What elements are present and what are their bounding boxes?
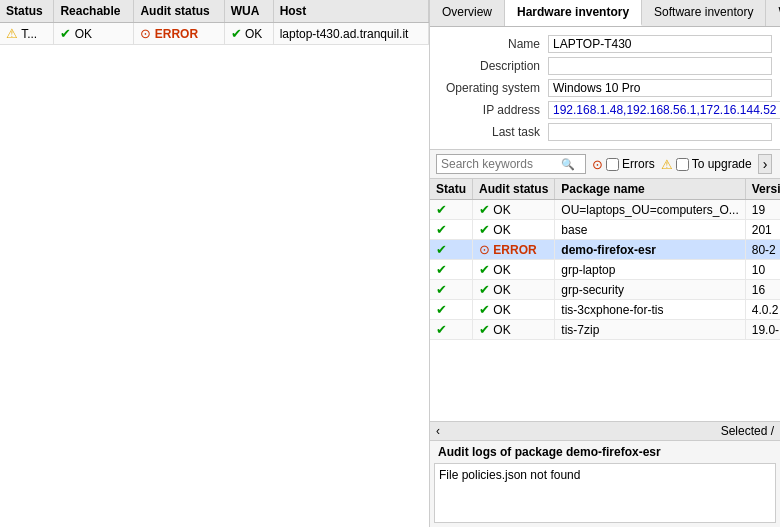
- upgrade-filter: ⚠ To upgrade: [661, 157, 752, 172]
- row-package-name: grp-security: [555, 280, 745, 300]
- wua-cell: ✔ OK: [224, 23, 273, 45]
- name-value: LAPTOP-T430: [548, 35, 772, 53]
- row-status: ✔: [430, 240, 473, 260]
- row-status: ✔: [430, 260, 473, 280]
- selected-text: Selected /: [721, 424, 774, 438]
- row-version: 80-2: [745, 240, 780, 260]
- warning-icon: ⚠: [6, 26, 18, 41]
- row-audit: ✔ OK: [473, 200, 555, 220]
- col-status: Status: [0, 0, 54, 23]
- lasttask-label: Last task: [438, 125, 548, 139]
- warn-filter-icon: ⚠: [661, 157, 673, 172]
- right-panel: Overview Hardware inventory Software inv…: [430, 0, 780, 527]
- table-row[interactable]: ⚠ T... ✔ OK ⊙ ERROR ✔ OK laptop-t430.ad.…: [0, 23, 429, 45]
- reachable-text: OK: [75, 27, 92, 41]
- tab-bar: Overview Hardware inventory Software inv…: [430, 0, 780, 27]
- row-package-name: tis-3cxphone-for-tis: [555, 300, 745, 320]
- search-bar: 🔍 ⊙ Errors ⚠ To upgrade ›: [430, 150, 780, 179]
- row-package-name: base: [555, 220, 745, 240]
- row-version: 201: [745, 220, 780, 240]
- description-row: Description: [430, 55, 780, 77]
- host-cell: laptop-t430.ad.tranquil.it: [273, 23, 428, 45]
- row-version: 19: [745, 200, 780, 220]
- table-row[interactable]: ✔✔ OKbase201: [430, 220, 780, 240]
- ok-icon: ✔: [60, 26, 71, 41]
- row-status: ✔: [430, 280, 473, 300]
- ip-row: IP address 192.168.1.48,192.168.56.1,172…: [430, 99, 780, 121]
- row-package-name: demo-firefox-esr: [555, 240, 745, 260]
- ok-icon-wua: ✔: [231, 26, 242, 41]
- tab-hardware-inventory[interactable]: Hardware inventory: [505, 0, 642, 26]
- pkg-col-audit: Audit status: [473, 179, 555, 200]
- row-version: 4.0.2: [745, 300, 780, 320]
- table-row[interactable]: ✔✔ OKtis-7zip19.0-: [430, 320, 780, 340]
- tab-windows-u[interactable]: Windows u...: [766, 0, 780, 26]
- os-label: Operating system: [438, 81, 548, 95]
- wua-text: OK: [245, 27, 262, 41]
- name-label: Name: [438, 37, 548, 51]
- table-row[interactable]: ✔✔ OKgrp-laptop10: [430, 260, 780, 280]
- search-icon: 🔍: [561, 158, 575, 171]
- ip-value: 192.168.1.48,192.168.56.1,172.16.144.52: [548, 101, 780, 119]
- row-version: 19.0-: [745, 320, 780, 340]
- pkg-col-status: Statu: [430, 179, 473, 200]
- upgrade-label: To upgrade: [692, 157, 752, 171]
- upgrade-checkbox[interactable]: [676, 158, 689, 171]
- row-status: ✔: [430, 300, 473, 320]
- row-status: ✔: [430, 320, 473, 340]
- row-package-name: tis-7zip: [555, 320, 745, 340]
- row-audit: ✔ OK: [473, 300, 555, 320]
- row-status: ✔: [430, 200, 473, 220]
- info-section: Name LAPTOP-T430 Description Operating s…: [430, 27, 780, 150]
- package-table: Statu Audit status Package name Versio ✔…: [430, 179, 780, 340]
- errors-checkbox[interactable]: [606, 158, 619, 171]
- os-row: Operating system Windows 10 Pro: [430, 77, 780, 99]
- row-audit: ✔ OK: [473, 320, 555, 340]
- tab-software-inventory[interactable]: Software inventory: [642, 0, 766, 26]
- table-row[interactable]: ✔✔ OKtis-3cxphone-for-tis4.0.2: [430, 300, 780, 320]
- col-audit-status: Audit status: [134, 0, 224, 23]
- scroll-hint: ‹ Selected /: [430, 421, 780, 440]
- col-wua: WUA: [224, 0, 273, 23]
- audit-log-content: File policies.json not found: [434, 463, 776, 523]
- more-options-button[interactable]: ›: [758, 154, 773, 174]
- row-version: 16: [745, 280, 780, 300]
- col-reachable: Reachable: [54, 0, 134, 23]
- row-audit: ✔ OK: [473, 280, 555, 300]
- pkg-col-name: Package name: [555, 179, 745, 200]
- reachable-cell: ✔ OK: [54, 23, 134, 45]
- name-row: Name LAPTOP-T430: [430, 33, 780, 55]
- left-panel: Status Reachable Audit status WUA Host ⚠…: [0, 0, 430, 527]
- lasttask-value: [548, 123, 772, 141]
- lasttask-row: Last task: [430, 121, 780, 143]
- table-row[interactable]: ✔✔ OKgrp-security16: [430, 280, 780, 300]
- row-package-name: OU=laptops_OU=computers_O...: [555, 200, 745, 220]
- status-cell: ⚠ T...: [0, 23, 54, 45]
- os-value: Windows 10 Pro: [548, 79, 772, 97]
- audit-text: ERROR: [155, 27, 198, 41]
- search-input-wrap[interactable]: 🔍: [436, 154, 586, 174]
- row-audit: ✔ OK: [473, 220, 555, 240]
- tab-overview[interactable]: Overview: [430, 0, 505, 26]
- table-row[interactable]: ✔✔ OKOU=laptops_OU=computers_O...19: [430, 200, 780, 220]
- col-host: Host: [273, 0, 428, 23]
- errors-filter: ⊙ Errors: [592, 157, 655, 172]
- host-table: Status Reachable Audit status WUA Host ⚠…: [0, 0, 429, 45]
- search-input[interactable]: [441, 157, 561, 171]
- row-package-name: grp-laptop: [555, 260, 745, 280]
- audit-section: Audit logs of package demo-firefox-esr F…: [430, 440, 780, 527]
- description-value: [548, 57, 772, 75]
- status-text: T...: [21, 27, 37, 41]
- left-arrow-icon[interactable]: ‹: [436, 424, 440, 438]
- package-table-wrap[interactable]: Statu Audit status Package name Versio ✔…: [430, 179, 780, 421]
- audit-title: Audit logs of package demo-firefox-esr: [430, 441, 780, 463]
- row-audit: ⊙ ERROR: [473, 240, 555, 260]
- pkg-col-version: Versio: [745, 179, 780, 200]
- error-icon: ⊙: [140, 26, 151, 41]
- audit-cell: ⊙ ERROR: [134, 23, 224, 45]
- row-status: ✔: [430, 220, 473, 240]
- row-version: 10: [745, 260, 780, 280]
- table-row[interactable]: ✔⊙ ERRORdemo-firefox-esr80-2: [430, 240, 780, 260]
- row-audit: ✔ OK: [473, 260, 555, 280]
- errors-label: Errors: [622, 157, 655, 171]
